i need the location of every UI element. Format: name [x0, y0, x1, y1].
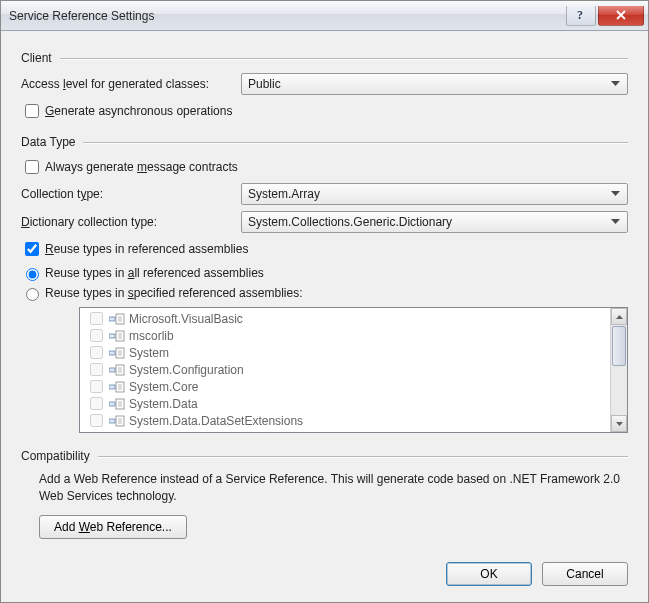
section-client: Client: [21, 51, 628, 65]
always-generate-label: Always generate message contracts: [45, 160, 238, 174]
svg-text:?: ?: [577, 9, 583, 21]
assembly-name: System.Data.DataSetExtensions: [129, 414, 303, 428]
svg-rect-31: [109, 419, 115, 423]
divider: [83, 142, 628, 143]
reuse-all-radio[interactable]: [26, 268, 39, 281]
ok-button[interactable]: OK: [446, 562, 532, 586]
assembly-icon: [109, 347, 125, 359]
always-generate-checkbox[interactable]: [25, 160, 39, 174]
assembly-name: System: [129, 346, 169, 360]
divider: [60, 58, 628, 59]
assembly-checkbox: [90, 329, 103, 342]
section-datatype: Data Type: [21, 135, 628, 149]
generate-async-checkbox[interactable]: [25, 104, 39, 118]
assembly-name: System.Configuration: [129, 363, 244, 377]
assembly-icon: [109, 381, 125, 393]
dictionary-type-value: System.Collections.Generic.Dictionary: [248, 215, 452, 229]
access-level-value: Public: [248, 77, 281, 91]
assembly-checkbox: [90, 346, 103, 359]
scroll-thumb[interactable]: [612, 326, 626, 366]
assembly-icon: [109, 313, 125, 325]
reuse-types-checkbox[interactable]: [25, 242, 39, 256]
reuse-all-label: Reuse types in all referenced assemblies: [45, 266, 264, 280]
access-level-row: Access level for generated classes: Publ…: [21, 73, 628, 95]
list-item[interactable]: System.Configuration: [80, 361, 610, 378]
generate-async-row: Generate asynchronous operations: [21, 101, 628, 121]
svg-rect-21: [109, 385, 115, 389]
section-datatype-label: Data Type: [21, 135, 75, 149]
divider: [98, 456, 628, 457]
assembly-name: System.Core: [129, 380, 198, 394]
window-title: Service Reference Settings: [9, 9, 566, 23]
assembly-checkbox: [90, 414, 103, 427]
section-client-label: Client: [21, 51, 52, 65]
scroll-up-button[interactable]: [611, 308, 627, 325]
chevron-up-icon: [616, 315, 623, 319]
access-level-dropdown[interactable]: Public: [241, 73, 628, 95]
assembly-checkbox: [90, 312, 103, 325]
dialog-footer: OK Cancel: [1, 562, 648, 602]
assembly-checkbox: [90, 397, 103, 410]
chevron-down-icon: [607, 77, 623, 91]
dictionary-type-label: Dictionary collection type:: [21, 215, 241, 229]
help-button[interactable]: ?: [566, 6, 596, 26]
chevron-down-icon: [607, 215, 623, 229]
assemblies-listbox[interactable]: Microsoft.VisualBasicmscorlibSystemSyste…: [79, 307, 628, 433]
svg-rect-6: [109, 334, 115, 338]
assembly-checkbox: [90, 380, 103, 393]
help-icon: ?: [576, 9, 586, 21]
list-item[interactable]: mscorlib: [80, 327, 610, 344]
chevron-down-icon: [616, 422, 623, 426]
scrollbar[interactable]: [610, 308, 627, 432]
list-item[interactable]: System.Data.DataSetExtensions: [80, 412, 610, 429]
svg-rect-16: [109, 368, 115, 372]
access-level-label: Access level for generated classes:: [21, 77, 241, 91]
add-web-reference-button[interactable]: Add Web Reference...: [39, 515, 187, 539]
svg-rect-11: [109, 351, 115, 355]
assembly-name: Microsoft.VisualBasic: [129, 312, 243, 326]
compat-description: Add a Web Reference instead of a Service…: [39, 471, 628, 505]
cancel-button[interactable]: Cancel: [542, 562, 628, 586]
assembly-name: System.Data: [129, 397, 198, 411]
always-generate-row: Always generate message contracts: [21, 157, 628, 177]
reuse-specified-row: Reuse types in specified referenced asse…: [21, 285, 628, 301]
dictionary-type-dropdown[interactable]: System.Collections.Generic.Dictionary: [241, 211, 628, 233]
chevron-down-icon: [607, 187, 623, 201]
close-icon: [615, 10, 627, 20]
svg-rect-1: [109, 317, 115, 321]
reuse-specified-label: Reuse types in specified referenced asse…: [45, 286, 302, 300]
assembly-icon: [109, 330, 125, 342]
dictionary-type-row: Dictionary collection type: System.Colle…: [21, 211, 628, 233]
section-compat-label: Compatibility: [21, 449, 90, 463]
svg-rect-26: [109, 402, 115, 406]
collection-type-value: System.Array: [248, 187, 320, 201]
dialog-content: Client Access level for generated classe…: [1, 31, 648, 562]
collection-type-row: Collection type: System.Array: [21, 183, 628, 205]
assembly-icon: [109, 398, 125, 410]
assembly-name: mscorlib: [129, 329, 174, 343]
list-item[interactable]: System: [80, 344, 610, 361]
collection-type-label: Collection type:: [21, 187, 241, 201]
reuse-types-label: Reuse types in referenced assemblies: [45, 242, 248, 256]
scroll-down-button[interactable]: [611, 415, 627, 432]
collection-type-dropdown[interactable]: System.Array: [241, 183, 628, 205]
section-compat: Compatibility: [21, 449, 628, 463]
titlebar: Service Reference Settings ?: [1, 1, 648, 31]
list-item[interactable]: Microsoft.VisualBasic: [80, 310, 610, 327]
generate-async-label: Generate asynchronous operations: [45, 104, 232, 118]
assembly-icon: [109, 415, 125, 427]
reuse-types-row: Reuse types in referenced assemblies: [21, 239, 628, 259]
close-button[interactable]: [598, 6, 644, 26]
assembly-icon: [109, 364, 125, 376]
reuse-specified-radio[interactable]: [26, 288, 39, 301]
list-item[interactable]: System.Core: [80, 378, 610, 395]
assemblies-items: Microsoft.VisualBasicmscorlibSystemSyste…: [80, 308, 610, 432]
list-item[interactable]: System.Data: [80, 395, 610, 412]
assembly-checkbox: [90, 363, 103, 376]
reuse-all-row: Reuse types in all referenced assemblies: [21, 265, 628, 281]
